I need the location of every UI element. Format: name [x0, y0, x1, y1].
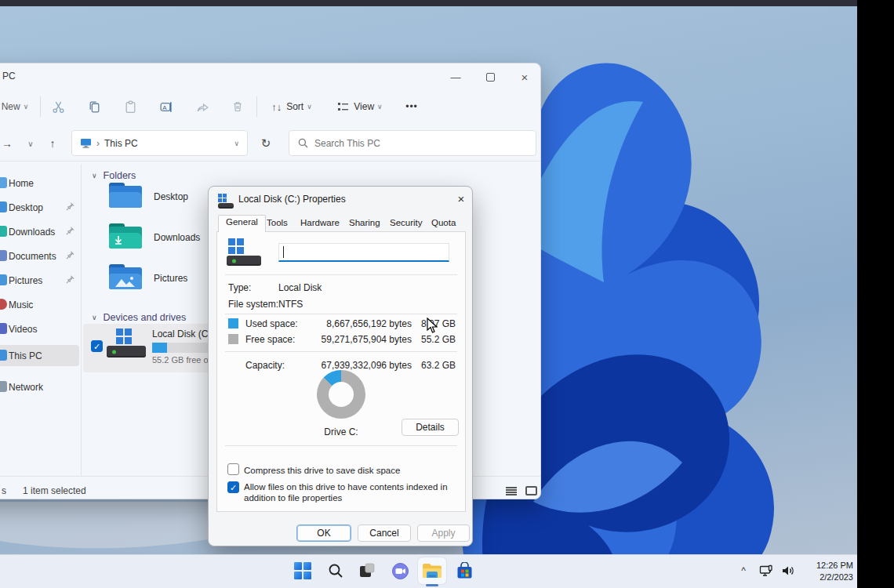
dialog-close-button[interactable]: × — [452, 190, 471, 207]
breadcrumb-separator: › — [96, 138, 100, 149]
address-bar[interactable]: › This PC ∨ — [71, 130, 248, 156]
tab-hardware[interactable]: Hardware — [293, 216, 347, 231]
used-space-swatch — [228, 318, 238, 328]
delete-button[interactable] — [224, 94, 251, 119]
up-button[interactable]: ↑ — [43, 134, 62, 153]
documents-icon — [0, 250, 7, 261]
tab-sharing[interactable]: Sharing — [342, 216, 387, 231]
list-view-icon — [506, 487, 517, 495]
index-checkbox[interactable]: ✓ — [227, 481, 239, 493]
file-explorer-button[interactable] — [418, 557, 446, 584]
folder-icon — [109, 264, 142, 289]
volume-label-input[interactable] — [278, 243, 449, 262]
toolbar-separator — [40, 96, 41, 117]
task-view-button[interactable] — [354, 557, 382, 584]
sidebar-item-network[interactable]: Network — [0, 376, 79, 397]
details-button[interactable]: Details — [402, 419, 459, 436]
paste-button[interactable] — [117, 94, 144, 119]
copy-button[interactable] — [81, 94, 107, 119]
taskbar-search-button[interactable] — [322, 557, 350, 584]
separator — [225, 274, 457, 275]
folder-tile-downloads-label[interactable]: Downloads — [154, 232, 200, 243]
capacity-gb: 63.2 GB — [412, 360, 456, 371]
search-box[interactable]: Search This PC — [289, 130, 536, 156]
folder-tile-pictures-label[interactable]: Pictures — [154, 273, 187, 284]
sidebar-item-this-pc[interactable]: This PC — [0, 345, 79, 366]
free-space-gb: 55.2 GB — [412, 334, 456, 345]
compress-checkbox-label[interactable]: Compress this drive to save disk space — [244, 465, 456, 476]
close-button[interactable]: × — [507, 65, 541, 89]
cut-button[interactable] — [45, 94, 71, 119]
recent-locations-chevron-icon: ∨ — [27, 140, 33, 148]
task-view-icon — [359, 563, 376, 579]
desktop-icon — [0, 201, 7, 212]
new-button[interactable]: New∨ — [0, 94, 37, 119]
tab-quota[interactable]: Quota — [424, 216, 463, 231]
taskbar-clock[interactable]: 12:26 PM 2/2/2023 — [794, 560, 853, 583]
address-dropdown-chevron-icon[interactable]: ∨ — [234, 140, 239, 147]
chat-button[interactable] — [386, 557, 414, 584]
svg-text:A: A — [162, 103, 167, 111]
back-icon: → — [2, 137, 13, 150]
sort-label: Sort — [286, 101, 303, 112]
sort-button[interactable]: ↑↓ Sort ∨ — [263, 94, 321, 119]
folder-tile-pictures[interactable] — [109, 264, 142, 289]
network-icon — [759, 564, 774, 578]
share-button[interactable] — [189, 94, 216, 119]
sidebar-item-desktop[interactable]: Desktop — [0, 197, 79, 218]
folder-tile-downloads[interactable] — [109, 223, 142, 249]
thumbnail-view-toggle[interactable] — [525, 486, 537, 495]
tab-security[interactable]: Security — [383, 216, 430, 231]
sidebar-item-home[interactable]: Home — [0, 172, 79, 194]
file-explorer-icon — [422, 562, 442, 579]
sidebar-item-videos[interactable]: Videos — [0, 318, 79, 339]
network-tray-button[interactable] — [756, 560, 776, 582]
rename-button[interactable]: A — [153, 94, 180, 119]
list-view-toggle[interactable] — [506, 487, 517, 495]
compress-checkbox[interactable] — [227, 463, 239, 475]
index-checkbox-label[interactable]: Allow files on this drive to have conten… — [244, 481, 462, 504]
drive-icon — [107, 346, 146, 358]
maximize-icon — [486, 73, 495, 82]
selection-checkbox[interactable]: ✓ — [91, 340, 103, 352]
type-value: Local Disk — [278, 282, 322, 293]
sidebar-item-music[interactable]: Music — [0, 294, 79, 315]
maximize-button[interactable] — [473, 65, 507, 89]
apply-button[interactable]: Apply — [417, 524, 470, 542]
minimize-button[interactable]: — — [438, 65, 473, 89]
share-icon — [196, 100, 209, 114]
dialog-tab-strip: General Tools Hardware Sharing Security … — [218, 216, 464, 232]
sidebar-item-documents[interactable]: Documents — [0, 245, 79, 267]
cancel-button[interactable]: Cancel — [358, 524, 411, 542]
drive-tile-local-disk-c[interactable]: ✓ Local Disk (C:) 55.2 GB free of — [83, 324, 211, 372]
sidebar-item-downloads[interactable]: Downloads — [0, 221, 79, 242]
breadcrumb-this-pc[interactable]: This PC — [104, 138, 138, 149]
tab-general[interactable]: General — [218, 215, 266, 232]
tray-overflow-button[interactable]: ^ — [734, 560, 753, 582]
window-title: PC — [2, 71, 16, 82]
active-app-indicator — [426, 584, 438, 586]
see-more-icon: ••• — [405, 101, 418, 112]
delete-icon — [231, 100, 244, 113]
drive-windows-logo-icon — [116, 328, 132, 344]
file-system-value: NTFS — [278, 299, 303, 310]
checkbox-unchecked-icon — [227, 463, 239, 475]
refresh-button[interactable]: ↻ — [256, 134, 275, 153]
folder-tile-desktop-label[interactable]: Desktop — [154, 191, 188, 202]
disk-usage-donut — [317, 370, 365, 419]
drives-section-header[interactable]: ∨ Devices and drives — [92, 312, 186, 323]
home-icon — [0, 177, 7, 188]
store-button[interactable] — [450, 557, 478, 584]
statusbar-selection-count: 1 item selected — [23, 485, 86, 496]
folder-tile-desktop[interactable] — [109, 183, 142, 208]
view-button[interactable]: View ∨ — [329, 94, 391, 119]
back-button[interactable]: → — [0, 134, 16, 153]
sidebar-item-pictures[interactable]: Pictures — [0, 270, 79, 291]
search-placeholder: Search This PC — [314, 138, 380, 149]
start-button[interactable] — [289, 557, 317, 584]
ok-button[interactable]: OK — [296, 524, 351, 542]
folders-section-header[interactable]: ∨ Folders — [92, 170, 136, 181]
used-space-label: Used space: — [245, 318, 298, 329]
recent-locations-button[interactable]: ∨ — [21, 134, 40, 153]
see-more-button[interactable]: ••• — [398, 94, 426, 119]
